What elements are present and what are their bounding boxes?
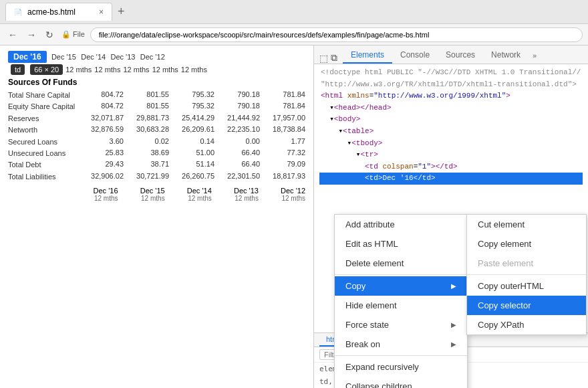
row-value: 781.84 — [260, 102, 305, 112]
refresh-button[interactable]: ↻ — [43, 28, 56, 41]
tab-more[interactable]: » — [529, 49, 541, 64]
table-row: Equity Share Capital804.72801.55795.3279… — [8, 101, 305, 112]
col-header-4: Dec '13 — [111, 53, 136, 61]
submenu-cut[interactable]: Cut element — [467, 215, 586, 234]
row-value: 22,301.50 — [214, 172, 260, 182]
row-value: 0.02 — [124, 137, 169, 147]
table-row: Networth32,876.5930,683.2826,209.6122,23… — [8, 124, 305, 136]
ctx-expand[interactable]: Expand recursively — [335, 357, 467, 377]
row-value: 26,209.61 — [169, 125, 214, 135]
dom-line-tbody: ▾<tbody> — [319, 138, 583, 150]
new-tab-button[interactable]: + — [118, 5, 125, 19]
tab-sources[interactable]: Sources — [438, 47, 483, 64]
row-value: 29.43 — [78, 160, 124, 170]
row-value: 1.77 — [260, 137, 305, 147]
ctx-edit-html[interactable]: Edit as HTML — [335, 234, 467, 254]
footer-spacer — [8, 187, 71, 195]
row-value: 795.32 — [169, 90, 214, 100]
submenu-copy-element-label: Copy element — [478, 239, 531, 249]
dom-line-head: ▾<head></head> — [319, 102, 583, 114]
ctx-copy-arrow: ▶ — [451, 282, 456, 290]
devtools-inspect-icon[interactable]: ⬚ — [319, 53, 328, 64]
devtools-tabs: ⬚ ⧉ Elements Console Sources Network » — [314, 45, 588, 64]
footer-subtext-spacer — [8, 195, 71, 202]
footer-col-3: Dec '14 — [165, 187, 212, 195]
subtext-row-3: 12 mths — [123, 66, 149, 74]
tab-title: acme-bs.html — [27, 7, 76, 17]
submenu-copy-xpath[interactable]: Copy XPath — [467, 315, 586, 334]
section-title: Sources Of Funds — [8, 78, 305, 87]
row-value: 51.00 — [169, 149, 214, 159]
row-label: Secured Loans — [8, 137, 78, 147]
row-value: 801.55 — [124, 102, 169, 112]
browser-tab[interactable]: 📄 acme-bs.html × — [5, 3, 112, 21]
forward-button[interactable]: → — [24, 28, 39, 41]
row-value: 29,881.73 — [124, 114, 169, 124]
submenu-copy-selector[interactable]: Copy selector — [467, 296, 586, 315]
row-value: 21,444.92 — [214, 114, 260, 124]
footer-sub-4: 12 mths — [212, 195, 259, 202]
footer-sub-5: 12 mths — [259, 195, 305, 202]
submenu-paste[interactable]: Paste element — [467, 254, 586, 273]
address-bar[interactable] — [90, 27, 583, 42]
table-row: Secured Loans3.600.020.140.001.77 — [8, 136, 305, 148]
tab-network[interactable]: Network — [483, 47, 529, 64]
dom-line-td2[interactable]: <td>Dec '16</td> — [319, 173, 583, 185]
subtext-row-4: 12 mths — [152, 66, 178, 74]
row-value: 25.83 — [78, 149, 124, 159]
tab-console[interactable]: Console — [392, 47, 438, 64]
footer-sub-3: 12 mths — [165, 195, 212, 202]
submenu-copy-element[interactable]: Copy element — [467, 234, 586, 254]
col-header-2: Dec '15 — [51, 53, 76, 61]
ctx-edit-html-label: Edit as HTML — [345, 239, 398, 249]
footer-headers-row: Dec '16 Dec '15 Dec '14 Dec '13 Dec '12 — [8, 187, 305, 195]
row-value: 25,414.29 — [169, 114, 214, 124]
submenu-copy-outer[interactable]: Copy outerHTML — [467, 276, 586, 296]
ctx-add-attribute[interactable]: Add attribute — [335, 215, 467, 234]
row-value: 804.72 — [78, 90, 124, 100]
row-value: 790.18 — [214, 102, 260, 112]
ctx-copy[interactable]: Copy ▶ — [335, 276, 467, 296]
data-rows: Total Share Capital804.72801.55795.32790… — [8, 90, 305, 183]
main-area: Dec '16 Dec '15 Dec '14 Dec '13 Dec '12 … — [0, 45, 588, 388]
tab-elements[interactable]: Elements — [343, 47, 392, 64]
footer-col-2: Dec '15 — [118, 187, 165, 195]
browser-toolbar: ← → ↻ 🔒 File — [0, 24, 588, 45]
devtools-mobile-icon[interactable]: ⧉ — [331, 52, 337, 64]
table-row: Unsecured Loans25.8338.6951.0066.4077.32 — [8, 148, 305, 159]
submenu-separator — [467, 274, 586, 275]
row-label: Equity Share Capital — [8, 102, 78, 112]
table-row: Total Liabilities32,906.0230,721.9926,26… — [8, 171, 305, 183]
row-value: 781.84 — [260, 90, 305, 100]
row-value: 51.14 — [169, 160, 214, 170]
footer-col-5: Dec '12 — [259, 187, 305, 195]
submenu-copy-selector-label: Copy selector — [478, 300, 531, 310]
back-button[interactable]: ← — [5, 28, 20, 41]
submenu-cut-label: Cut element — [478, 219, 525, 229]
row-value: 3.60 — [78, 137, 124, 147]
table-row: Total Share Capital804.72801.55795.32790… — [8, 90, 305, 101]
ctx-break-on[interactable]: Break on ▶ — [335, 334, 467, 354]
row-value: 30,683.28 — [124, 125, 169, 135]
ctx-separator-1 — [335, 274, 467, 275]
ctx-hide-element[interactable]: Hide element — [335, 296, 467, 315]
footer-sub-1: 12 mths — [71, 195, 118, 202]
subtext-row-1: 12 mths — [65, 66, 92, 74]
col-header-5: Dec '12 — [140, 53, 165, 61]
ctx-delete-element[interactable]: Delete element — [335, 254, 467, 273]
row-value: 38.69 — [124, 149, 169, 159]
tab-close-button[interactable]: × — [99, 7, 104, 17]
ctx-collapse[interactable]: Collapse children — [335, 377, 467, 388]
footer-subtext-row: 12 mths 12 mths 12 mths 12 mths 12 mths — [8, 195, 305, 202]
tooltip-area: Dec '16 Dec '15 Dec '14 Dec '13 Dec '12 — [8, 51, 305, 63]
ctx-copy-label: Copy — [345, 281, 365, 291]
row-value: 30,721.99 — [124, 172, 169, 182]
row-label: Networth — [8, 125, 78, 135]
subtext-row-2: 12 mths — [94, 66, 120, 74]
row-label: Reserves — [8, 114, 78, 124]
footer-col-1: Dec '16 — [71, 187, 118, 195]
devtools-panel: ⬚ ⧉ Elements Console Sources Network » <… — [314, 45, 588, 388]
ctx-force-state[interactable]: Force state ▶ — [335, 315, 467, 334]
ctx-add-attribute-label: Add attribute — [345, 219, 395, 229]
row-label: Unsecured Loans — [8, 149, 78, 159]
